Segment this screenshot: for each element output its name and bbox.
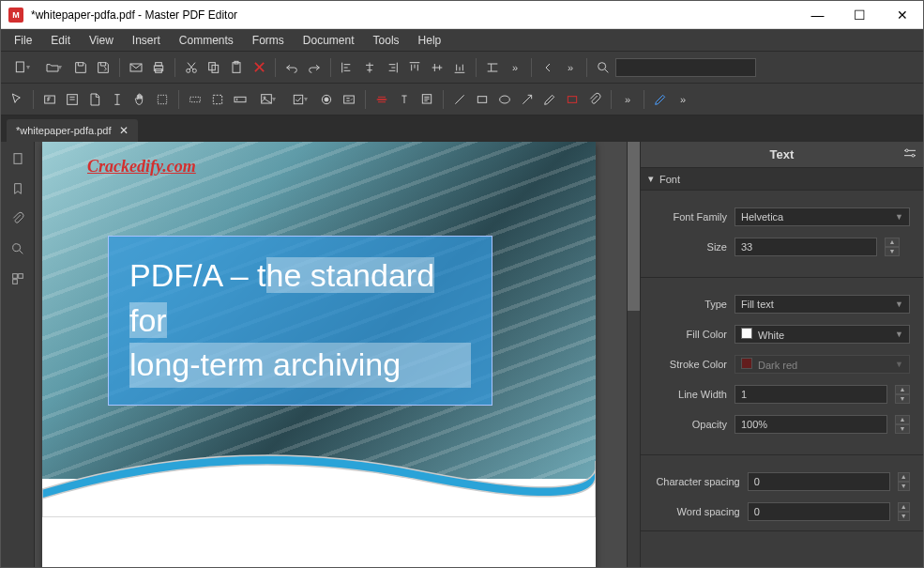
open-file-button[interactable]: ▾	[38, 57, 68, 78]
font-family-select[interactable]: Helvetica▼	[735, 207, 910, 226]
vertical-text-tool[interactable]	[107, 89, 128, 110]
align-center-v-button[interactable]	[427, 57, 447, 78]
type-select[interactable]: Fill text▼	[735, 295, 910, 314]
radio-tool[interactable]	[316, 89, 337, 110]
line-tool[interactable]	[449, 89, 470, 110]
toolbar-main: ▾ ▾ ✕ » »	[1, 52, 923, 84]
select-area-tool[interactable]	[152, 89, 173, 110]
section-font-header[interactable]: ▾ Font	[641, 168, 923, 191]
strikethrough-tool[interactable]	[371, 89, 392, 110]
document-scroll[interactable]: Crackedify.com PDF/A – the standard for …	[35, 142, 627, 568]
word-spacing-input[interactable]	[748, 502, 890, 521]
align-top-button[interactable]	[404, 57, 425, 78]
tab-close-icon[interactable]: ✕	[119, 124, 129, 137]
edit-text-tool[interactable]	[39, 89, 60, 110]
font-family-label: Font Family	[654, 211, 727, 223]
word-spacing-spinner[interactable]: ▲▼	[898, 502, 910, 521]
align-left-button[interactable]	[337, 57, 357, 78]
save-button[interactable]	[70, 57, 91, 78]
align-right-button[interactable]	[382, 57, 402, 78]
text-field-tool[interactable]	[230, 89, 250, 110]
pencil-tool[interactable]	[539, 89, 560, 110]
new-file-button[interactable]: ▾	[7, 57, 37, 78]
distribute-button[interactable]	[482, 57, 503, 78]
edit-form-tool[interactable]	[62, 89, 83, 110]
highlighter-tool[interactable]	[650, 89, 671, 110]
delete-button[interactable]: ✕	[249, 57, 269, 78]
fill-color-select[interactable]: White▼	[735, 325, 910, 344]
line-width-spinner[interactable]: ▲▼	[895, 385, 910, 404]
attachments-panel-button[interactable]	[7, 207, 29, 230]
undo-button[interactable]	[281, 57, 302, 78]
menu-edit[interactable]: Edit	[41, 30, 80, 51]
thumbnails-panel-button[interactable]	[7, 268, 29, 290]
dropdown-tool[interactable]	[339, 89, 359, 110]
opacity-input[interactable]	[735, 415, 887, 434]
menu-document[interactable]: Document	[294, 30, 364, 51]
line-width-input[interactable]	[735, 385, 887, 404]
bookmarks-panel-button[interactable]	[7, 177, 29, 200]
size-spinner[interactable]: ▲▼	[885, 238, 900, 256]
document-scrollbar[interactable]	[627, 142, 640, 568]
minimize-button[interactable]: —	[796, 1, 839, 29]
tab-label: *whitepaper-pdfa.pdf	[16, 125, 112, 136]
redo-button[interactable]	[304, 57, 325, 78]
prev-page-button[interactable]	[538, 57, 558, 78]
left-sidebar	[1, 142, 35, 568]
ellipse-tool[interactable]	[494, 89, 515, 110]
arrow-tool[interactable]	[517, 89, 538, 110]
overflow-button[interactable]: »	[505, 57, 525, 78]
menu-insert[interactable]: Insert	[123, 30, 170, 51]
rectangle-tool[interactable]	[472, 89, 492, 110]
opacity-spinner[interactable]: ▲▼	[895, 415, 910, 434]
char-spacing-input[interactable]	[748, 472, 890, 491]
pdf-page[interactable]: Crackedify.com PDF/A – the standard for …	[42, 142, 596, 568]
align-bottom-button[interactable]	[449, 57, 470, 78]
menu-forms[interactable]: Forms	[243, 30, 294, 51]
search-input[interactable]	[615, 58, 756, 77]
maximize-button[interactable]: ☐	[839, 1, 881, 29]
save-as-button[interactable]	[93, 57, 114, 78]
menu-view[interactable]: View	[80, 30, 123, 51]
print-button[interactable]	[148, 57, 169, 78]
overflow4-button[interactable]: »	[673, 89, 693, 110]
menu-tools[interactable]: Tools	[364, 30, 409, 51]
search-panel-button[interactable]	[7, 238, 29, 260]
insert-image-tool[interactable]: ▾	[252, 89, 282, 110]
textbox-tool[interactable]	[394, 89, 415, 110]
link-tool[interactable]	[185, 89, 205, 110]
highlight-rect-tool[interactable]	[562, 89, 583, 110]
note-tool[interactable]	[417, 89, 437, 110]
char-spacing-spinner[interactable]: ▲▼	[898, 472, 910, 491]
search-icon[interactable]	[593, 57, 613, 78]
svg-rect-16	[213, 95, 221, 103]
dashed-box-tool[interactable]	[207, 89, 228, 110]
tab-document[interactable]: *whitepaper-pdfa.pdf ✕	[7, 119, 138, 142]
overflow2-button[interactable]: »	[560, 57, 581, 78]
scrollbar-thumb[interactable]	[628, 142, 640, 311]
menu-comments[interactable]: Comments	[170, 30, 243, 51]
size-input[interactable]	[735, 238, 877, 256]
cut-button[interactable]	[181, 57, 202, 78]
align-center-h-button[interactable]	[359, 57, 380, 78]
svg-rect-32	[12, 280, 17, 284]
opacity-label: Opacity	[654, 419, 727, 430]
close-button[interactable]: ✕	[881, 1, 923, 29]
checkbox-tool[interactable]: ▾	[284, 89, 314, 110]
select-tool[interactable]	[7, 89, 27, 110]
menu-file[interactable]: File	[5, 30, 41, 51]
svg-rect-31	[18, 274, 23, 279]
panel-settings-icon[interactable]	[902, 146, 917, 163]
paste-button[interactable]	[226, 57, 247, 78]
stroke-color-select: Dark red▼	[735, 355, 910, 374]
hand-tool[interactable]	[129, 89, 150, 110]
svg-rect-27	[568, 96, 576, 102]
selected-text-block[interactable]: PDF/A – the standard for long-term archi…	[108, 236, 492, 406]
attachment-tool[interactable]	[584, 89, 605, 110]
overflow3-button[interactable]: »	[617, 89, 638, 110]
pages-panel-button[interactable]	[7, 147, 29, 170]
edit-document-tool[interactable]	[84, 89, 105, 110]
copy-button[interactable]	[204, 57, 224, 78]
menu-help[interactable]: Help	[409, 30, 451, 51]
email-button[interactable]	[126, 57, 146, 78]
